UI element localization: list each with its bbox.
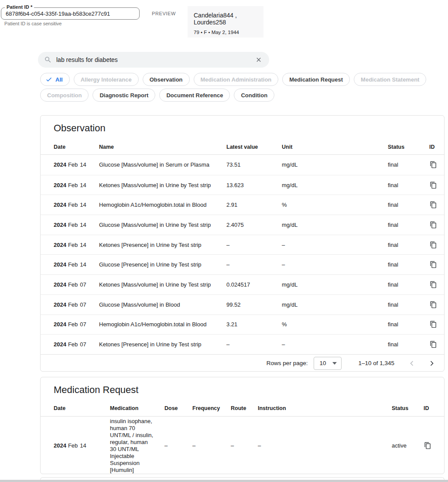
copy-id-button[interactable] [429, 161, 438, 169]
chip-label: Composition [47, 92, 82, 99]
search-bar[interactable] [38, 52, 269, 68]
name-cell: Hemoglobin A1c/Hemoglobin.total in Blood [99, 202, 226, 208]
copy-icon [430, 241, 437, 249]
column-header-status: Status [388, 144, 429, 150]
copy-id-button[interactable] [429, 201, 438, 209]
chip-medication-statement: Medication Statement [354, 73, 426, 86]
name-cell: Glucose [Mass/volume] in Urine by Test s… [99, 222, 226, 228]
unit-cell: mg/dL [282, 222, 388, 228]
column-header-instruction: Instruction [258, 405, 392, 411]
name-cell: Ketones [Mass/volume] in Urine by Test s… [99, 281, 226, 288]
patient-preview-card: Candelaria844 , Lourdes258 79 • F • May … [188, 6, 263, 38]
copy-id-button[interactable] [429, 181, 438, 189]
search-icon [44, 56, 52, 64]
column-header-date: Date [54, 144, 99, 150]
copy-icon [430, 161, 437, 168]
table-row: 2024Feb14 insulin isophane, human 70 UNT… [41, 417, 444, 475]
patient-id-input[interactable] [1, 8, 139, 19]
copy-id-button[interactable] [424, 441, 432, 450]
copy-id-button[interactable] [429, 301, 438, 309]
rows-per-page-select[interactable]: 10 [314, 357, 342, 370]
date-cell: 2024Feb14 [54, 202, 99, 208]
previous-page-button [407, 358, 417, 369]
pagination-range: 1–10 of 1,345 [358, 360, 394, 366]
patient-id-field[interactable]: Patient ID * [1, 7, 140, 20]
status-cell: final [388, 341, 429, 348]
table-row: 2024Feb14 Ketones [Presence] in Urine by… [41, 235, 444, 255]
copy-icon [430, 221, 437, 229]
chip-observation[interactable]: Observation [143, 73, 190, 86]
table-row: 2024Feb14 Hemoglobin A1c/Hemoglobin.tota… [41, 195, 444, 215]
column-header-date: Date [54, 405, 110, 411]
value-cell: 73.51 [226, 161, 282, 168]
value-cell: 0.024517 [226, 281, 282, 288]
medication-request-card: Medication Request Date Medication Dose … [40, 377, 445, 474]
name-cell: Glucose [Presence] in Urine by Test stri… [99, 261, 226, 268]
close-icon [255, 56, 262, 63]
chip-all[interactable]: All [40, 73, 70, 86]
column-header-id: ID [429, 144, 437, 150]
status-cell: final [388, 261, 429, 268]
date-cell: 2024Feb14 [54, 161, 99, 168]
chip-label: Observation [150, 76, 183, 83]
chip-label: All [55, 76, 63, 83]
check-icon [45, 76, 52, 83]
table-row: 2024Feb14 Glucose [Presence] in Urine by… [41, 254, 444, 274]
pagination-bar: Rows per page: 10 1–10 of 1,345 [41, 354, 444, 372]
patient-id-helper-text: Patient ID is case sensitive [4, 21, 62, 26]
observation-card: Observation Date Name Latest value Unit … [40, 115, 445, 372]
value-cell: – [226, 242, 282, 248]
table-row: 2024Feb14 Ketones [Mass/volume] in Urine… [41, 175, 444, 195]
copy-icon [430, 261, 437, 268]
date-cell: 2024Feb14 [54, 261, 99, 268]
value-cell: 2.91 [226, 202, 282, 208]
value-cell: 2.4075 [226, 222, 282, 228]
copy-id-button[interactable] [429, 340, 438, 349]
copy-id-button[interactable] [429, 280, 438, 289]
copy-id-button[interactable] [429, 241, 438, 249]
chip-label: Document Reference [166, 92, 223, 99]
column-header-route: Route [231, 405, 258, 411]
chip-document-reference[interactable]: Document Reference [159, 89, 230, 102]
horizontal-scrollbar[interactable] [0, 480, 448, 482]
status-cell: final [388, 242, 429, 248]
copy-id-button[interactable] [429, 260, 438, 269]
chevron-left-icon [407, 359, 416, 368]
date-cell: 2024Feb07 [54, 281, 99, 288]
route-cell: – [231, 442, 258, 449]
date-cell: 2024Feb14 [54, 222, 99, 228]
name-cell: Glucose [Mass/volume] in Serum or Plasma [99, 161, 226, 168]
date-cell: 2024Feb07 [54, 321, 99, 328]
copy-icon [424, 442, 431, 449]
copy-icon [430, 341, 437, 348]
name-cell: Ketones [Mass/volume] in Urine by Test s… [99, 182, 226, 188]
clear-search-button[interactable] [254, 55, 263, 64]
medication-request-title: Medication Request [41, 377, 444, 400]
chip-medication-request[interactable]: Medication Request [282, 73, 350, 86]
value-cell: – [226, 341, 282, 348]
chip-diagnostic-report[interactable]: Diagnostic Report [92, 89, 155, 102]
date-cell: 2024Feb07 [54, 341, 99, 348]
date-cell: 2024Feb14 [54, 182, 99, 188]
rows-per-page-label: Rows per page: [267, 360, 308, 366]
table-row: 2024Feb07 Glucose [Mass/volume] in Blood… [41, 294, 444, 314]
table-row: 2024Feb07 Hemoglobin A1c/Hemoglobin.tota… [41, 314, 444, 335]
copy-id-button[interactable] [429, 320, 438, 328]
frequency-cell: – [192, 442, 231, 449]
instruction-cell: – [258, 442, 392, 449]
status-cell: final [388, 161, 429, 168]
chip-label: Diagnostic Report [99, 92, 148, 99]
name-cell: Hemoglobin A1c/Hemoglobin.total in Blood [99, 321, 226, 328]
table-row: 2024Feb14 Glucose [Mass/volume] in Urine… [41, 215, 444, 235]
caret-down-icon [332, 362, 337, 365]
rows-per-page-value: 10 [319, 360, 326, 366]
column-header-id: ID [424, 405, 437, 411]
column-header-dose: Dose [164, 405, 192, 411]
preview-label: PREVIEW [152, 11, 176, 16]
medication-cell: insulin isophane, human 70 UNT/ML / insu… [110, 418, 159, 474]
search-input[interactable] [56, 56, 254, 63]
status-cell: active [392, 442, 424, 449]
copy-id-button[interactable] [429, 221, 438, 229]
next-page-button[interactable] [427, 358, 437, 369]
chip-condition[interactable]: Condition [234, 89, 274, 102]
